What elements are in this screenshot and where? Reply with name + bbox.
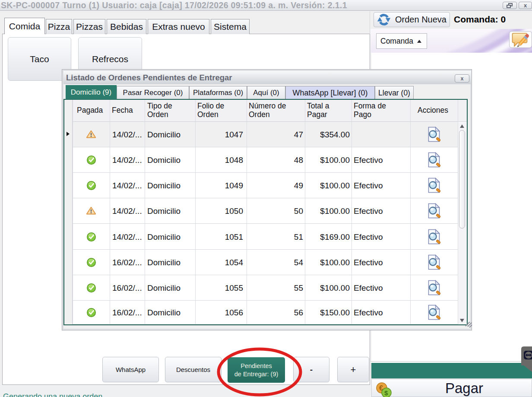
svg-text:$: $ [384,389,388,397]
